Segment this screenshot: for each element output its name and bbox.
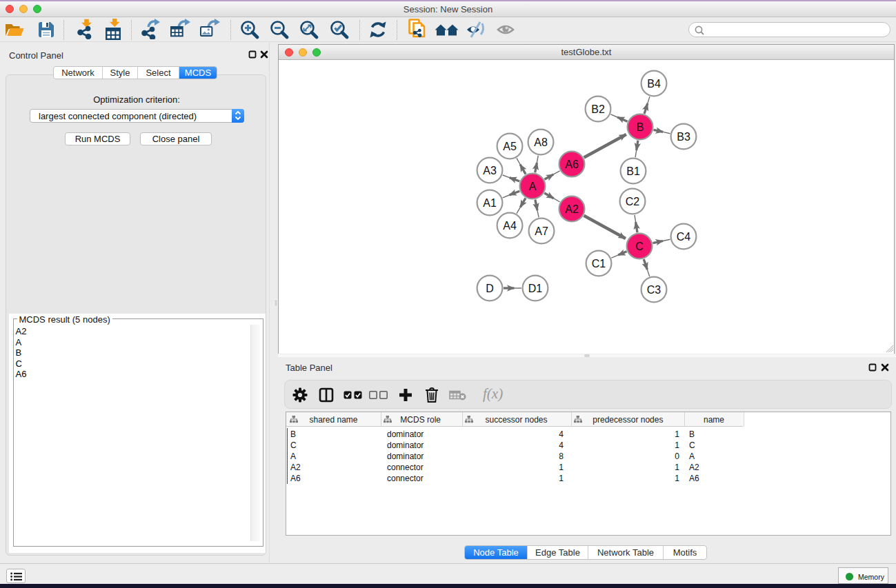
svg-text:C2: C2 (626, 196, 640, 207)
svg-text:B3: B3 (677, 131, 690, 143)
svg-text:D1: D1 (528, 283, 543, 294)
svg-text:A3: A3 (483, 165, 497, 176)
svg-text:B4: B4 (647, 78, 661, 90)
svg-text:A4: A4 (503, 220, 517, 232)
svg-text:A1: A1 (483, 197, 497, 209)
svg-text:A: A (529, 181, 537, 192)
svg-text:B: B (637, 121, 644, 133)
svg-text:A2: A2 (565, 203, 579, 215)
svg-text:A6: A6 (565, 159, 579, 170)
svg-text:C4: C4 (677, 231, 691, 243)
svg-text:C1: C1 (592, 258, 606, 270)
svg-text:B1: B1 (626, 165, 640, 177)
svg-text:A7: A7 (535, 225, 548, 237)
svg-text:A5: A5 (503, 141, 517, 152)
svg-text:C: C (635, 241, 644, 252)
svg-text:A8: A8 (534, 136, 548, 148)
svg-text:C3: C3 (647, 284, 661, 296)
svg-text:B2: B2 (591, 103, 605, 115)
svg-text:D: D (486, 283, 494, 294)
